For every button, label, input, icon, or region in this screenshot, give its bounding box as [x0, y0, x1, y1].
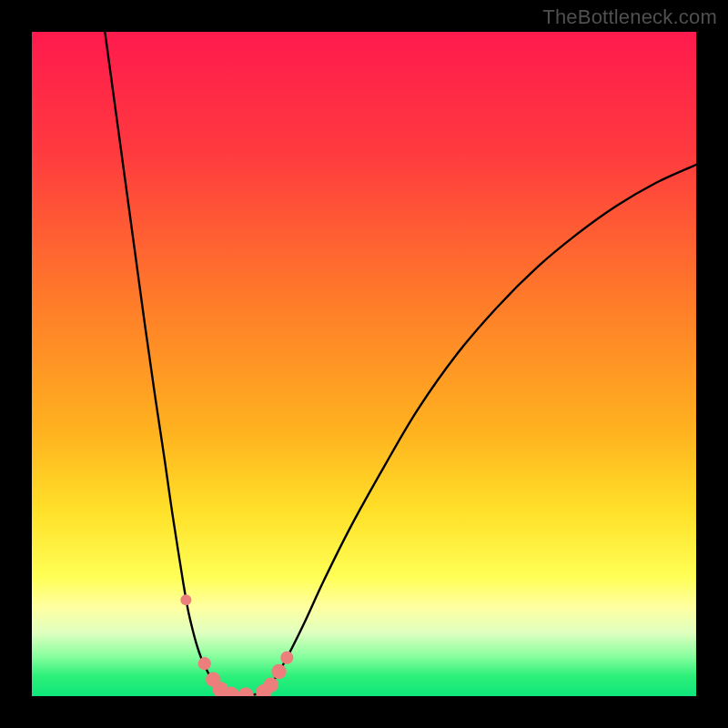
plot-area — [32, 32, 696, 696]
highlight-dot — [180, 594, 191, 605]
chart-frame: TheBottleneck.com — [0, 0, 728, 728]
watermark-label: TheBottleneck.com — [542, 5, 717, 29]
highlight-dot — [280, 652, 293, 664]
curve-left — [105, 32, 224, 693]
curve-right — [266, 165, 696, 690]
curve-layer — [32, 32, 696, 696]
highlight-dot — [271, 664, 286, 679]
highlight-dot — [264, 677, 278, 692]
highlight-dot — [238, 687, 254, 696]
highlight-dot — [198, 657, 211, 670]
